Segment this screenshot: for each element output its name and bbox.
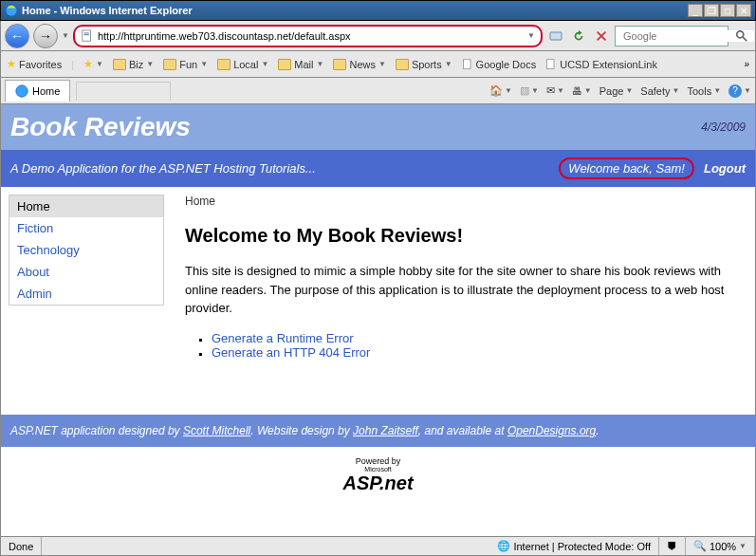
window-controls: _ ❐ □ ✕ [688,4,751,17]
favorite-label: Google Docs [476,59,537,70]
close-button[interactable]: ✕ [736,4,751,17]
favorite-folder[interactable]: Local▼ [217,59,268,70]
favorite-link[interactable]: Google Docs [462,59,537,70]
favorite-folder[interactable]: Fun▼ [163,59,208,70]
tools-menu[interactable]: Tools▼ [687,85,721,97]
help-button[interactable]: ?▼ [728,84,751,98]
favorite-folder[interactable]: News▼ [333,59,385,70]
forward-button[interactable]: → [33,24,58,48]
chevron-down-icon: ▼ [317,60,324,68]
url-dropdown-icon[interactable]: ▼ [527,31,535,40]
chevron-down-icon: ▼ [200,60,208,68]
restore-button[interactable]: ❐ [704,4,719,17]
site-footer: ASP.NET application designed by Scott Mi… [1,415,755,447]
footer-text: ASP.NET application designed by [10,424,183,437]
sidebar-item-home[interactable]: Home [9,195,163,217]
welcome-message: Welcome back, Sam! [559,158,694,179]
svg-rect-9 [463,59,470,68]
home-button[interactable]: 🏠▼ [489,84,512,97]
favorite-label: Fun [179,59,197,70]
sidebar-item-about[interactable]: About [9,261,163,283]
sidebar-item-technology[interactable]: Technology [9,239,163,261]
chevron-down-icon: ▼ [261,60,268,68]
search-box[interactable]: Go [615,26,728,46]
sidebar: HomeFictionTechnologyAboutAdmin [1,187,172,415]
stop-button[interactable] [592,27,611,46]
svg-rect-3 [83,34,88,35]
footer-link-site[interactable]: OpenDesigns.org [507,424,596,437]
new-tab-button[interactable] [76,82,171,101]
tab-label: Home [32,85,60,97]
svg-rect-1 [83,29,91,40]
refresh-button[interactable] [569,27,588,46]
star-icon: ★ [7,58,16,70]
page-icon [81,29,94,43]
mail-icon: ✉ [546,84,555,97]
status-bar: Done 🌐 Internet | Protected Mode: Off ⛊ … [0,537,756,556]
page-menu[interactable]: Page▼ [599,85,634,97]
feeds-button[interactable]: ▧▼ [520,84,539,97]
footer-link-author2[interactable]: John Zaitseff [353,424,418,437]
action-link[interactable]: Generate a Runtime Error [212,331,354,345]
search-button[interactable] [732,27,751,46]
sidebar-item-admin[interactable]: Admin [9,283,163,305]
status-done: Done [1,537,42,555]
favorite-folder[interactable]: Biz▼ [113,59,154,70]
footer-link-author1[interactable]: Scott Mitchell [183,424,250,437]
globe-icon: 🌐 [497,540,510,552]
url-input[interactable] [98,30,527,42]
folder-icon [396,59,409,70]
sidebar-nav: HomeFictionTechnologyAboutAdmin [9,195,164,306]
favorite-folder[interactable]: Sports▼ [396,59,452,70]
zoom-icon: 🔍 [693,540,707,552]
maximize-button[interactable]: □ [720,4,735,17]
svg-point-7 [737,30,744,37]
site-date: 4/3/2009 [701,120,746,134]
favorite-label: News [349,59,376,70]
action-link[interactable]: Generate an HTTP 404 Error [212,345,370,360]
status-security[interactable]: ⛊ [659,537,686,555]
favorites-overflow[interactable]: » [744,59,749,69]
nav-dropdown-icon[interactable]: ▼ [62,31,69,40]
print-button[interactable]: 🖶▼ [572,85,592,97]
window-title: Home - Windows Internet Explorer [22,5,688,16]
site-tagline: A Demo Application for the ASP.NET Hosti… [10,161,316,176]
command-bar: 🏠▼ ▧▼ ✉▼ 🖶▼ Page▼ Safety▼ Tools▼ ?▼ [489,84,751,98]
safety-menu[interactable]: Safety▼ [640,85,679,97]
help-icon: ? [728,84,742,98]
svg-line-8 [743,36,747,40]
folder-icon [163,59,176,70]
intro-text: This site is designed to mimic a simple … [185,262,742,318]
powered-label: Powered by [1,456,755,466]
powered-prefix: Microsoft [1,466,755,473]
mail-button[interactable]: ✉▼ [546,84,564,97]
main-content: Home Welcome to My Book Reviews! This si… [172,187,755,415]
title-bar: Home - Windows Internet Explorer _ ❐ □ ✕ [0,0,756,21]
compat-view-button[interactable] [546,27,565,46]
favorite-folder[interactable]: Mail▼ [278,59,323,70]
back-button[interactable]: ← [5,24,29,48]
page-icon [545,59,557,70]
zoom-control[interactable]: 🔍 100% ▼ [686,537,755,555]
print-icon: 🖶 [572,85,582,97]
address-bar[interactable]: ▼ [73,25,543,47]
favorite-link[interactable]: UCSD ExtensionLink [545,59,657,70]
aspnet-logo: ASP.net [1,473,755,494]
favorites-button[interactable]: ★ Favorites [7,58,62,70]
svg-point-11 [16,85,28,97]
content-area: Book Reviews 4/3/2009 A Demo Application… [0,104,756,537]
home-icon: 🏠 [489,84,503,97]
folder-icon [113,59,126,70]
sidebar-item-fiction[interactable]: Fiction [9,217,163,239]
favorite-label: Biz [129,59,143,70]
favorites-bar: ★ Favorites | ★ ▼ Biz▼Fun▼Local▼Mail▼New… [0,51,756,78]
minimize-button[interactable]: _ [688,4,703,17]
list-item: Generate a Runtime Error [212,331,742,345]
logout-link[interactable]: Logout [704,161,746,176]
status-zone-text: Internet | Protected Mode: Off [513,541,651,552]
tab-home[interactable]: Home [5,80,70,102]
svg-rect-4 [550,32,562,40]
chevron-down-icon: ▼ [146,60,154,68]
add-favorite-button[interactable]: ★ ▼ [83,58,103,70]
page-menu-label: Page [599,85,624,97]
